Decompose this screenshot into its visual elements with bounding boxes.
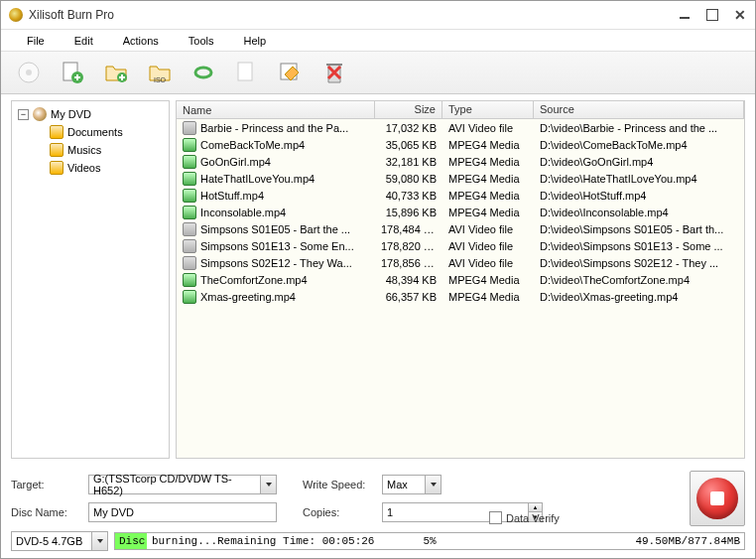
mp4-file-icon [183, 172, 196, 186]
window-title: Xilisoft Burn Pro [29, 8, 678, 22]
list-item[interactable]: Barbie - Princess and the Pa...17,032 KB… [177, 119, 744, 136]
minimize-button[interactable] [678, 8, 692, 22]
disc-icon [33, 107, 47, 121]
svg-point-1 [26, 70, 32, 75]
svg-text:ISO: ISO [154, 76, 167, 83]
col-header-type[interactable]: Type [442, 101, 534, 118]
mp4-file-icon [183, 206, 196, 219]
list-item[interactable]: Xmas-greeting.mp466,357 KBMPEG4 MediaD:\… [177, 288, 744, 305]
writespeed-select[interactable]: Max [382, 475, 426, 494]
copies-label: Copies: [303, 506, 374, 518]
file-source: D:\video\HateThatILoveYou.mp4 [534, 173, 744, 185]
list-item[interactable]: TheComfortZone.mp448,394 KBMPEG4 MediaD:… [177, 271, 744, 288]
avi-file-icon [183, 256, 196, 270]
close-button[interactable] [733, 8, 747, 22]
menu-help[interactable]: Help [229, 32, 280, 50]
file-source: D:\video\Inconsolable.mp4 [534, 207, 744, 218]
titlebar: Xilisoft Burn Pro [1, 1, 755, 29]
dataverify-checkbox[interactable] [489, 511, 502, 524]
file-type: MPEG4 Media [442, 291, 534, 303]
maximize-button[interactable] [705, 8, 719, 22]
tree-root-label: My DVD [51, 108, 91, 120]
col-header-source[interactable]: Source [534, 101, 744, 118]
file-type: AVI Video file [442, 257, 534, 269]
target-select[interactable]: G:(TSSTcorp CD/DVDW TS-H652) [88, 475, 261, 494]
add-folder-button[interactable] [102, 59, 130, 86]
make-iso-button[interactable]: ISO [146, 59, 174, 86]
file-name: Inconsolable.mp4 [200, 207, 286, 218]
file-name: HateThatILoveYou.mp4 [200, 173, 315, 185]
list-item[interactable]: HotStuff.mp440,733 KBMPEG4 MediaD:\video… [177, 187, 744, 204]
list-item[interactable]: ComeBackToMe.mp435,065 KBMPEG4 MediaD:\v… [177, 136, 744, 153]
menu-tools[interactable]: Tools [175, 32, 228, 50]
file-type: AVI Video file [442, 240, 534, 252]
file-type: MPEG4 Media [442, 156, 534, 168]
file-size: 15,896 KB [375, 207, 442, 218]
col-header-size[interactable]: Size [375, 101, 442, 118]
col-header-name[interactable]: Name [177, 101, 375, 118]
tree-item-documents[interactable]: Documents [14, 123, 167, 141]
file-type: AVI Video file [442, 223, 534, 235]
menubar: File Edit Actions Tools Help [1, 29, 755, 51]
file-type: MPEG4 Media [442, 190, 534, 202]
menu-actions[interactable]: Actions [109, 32, 173, 50]
mp4-file-icon [183, 189, 196, 203]
list-item[interactable]: GoOnGirl.mp432,181 KBMPEG4 MediaD:\video… [177, 153, 744, 170]
file-size: 35,065 KB [375, 139, 442, 151]
file-size: 178,484 KB [375, 223, 442, 235]
file-type: MPEG4 Media [442, 173, 534, 185]
burn-button[interactable] [690, 471, 745, 526]
avi-file-icon [183, 222, 196, 236]
file-size: 32,181 KB [375, 156, 442, 168]
file-source: D:\video\GoOnGirl.mp4 [534, 156, 744, 168]
new-project-button[interactable] [15, 59, 43, 86]
mp4-file-icon [183, 155, 196, 169]
collapse-icon[interactable]: − [18, 109, 29, 120]
menu-edit[interactable]: Edit [61, 32, 107, 50]
app-icon [9, 8, 23, 22]
discname-label: Disc Name: [11, 506, 80, 518]
target-dropdown-button[interactable] [261, 475, 277, 494]
file-size: 178,820 KB [375, 240, 442, 252]
list-item[interactable]: Simpsons S02E12 - They Wa...178,856 KBAV… [177, 254, 744, 271]
writespeed-dropdown-button[interactable] [426, 475, 441, 494]
file-name: Simpsons S01E13 - Some En... [200, 240, 354, 252]
list-item[interactable]: Simpsons S01E13 - Some En...178,820 KBAV… [177, 237, 744, 254]
link-button[interactable] [189, 59, 217, 86]
discname-input[interactable] [88, 502, 277, 522]
progress-bar: Disc burning...Remaining Time: 00:05:26 … [114, 532, 745, 550]
file-name: Simpsons S02E12 - They Wa... [200, 257, 352, 269]
dataverify-label: Data Verify [506, 512, 560, 524]
progress-size: 49.50MB/877.84MB [635, 535, 740, 547]
tree-item-musics[interactable]: Musics [14, 141, 167, 159]
file-size: 48,394 KB [375, 274, 442, 286]
list-item[interactable]: Simpsons S01E05 - Bart the ...178,484 KB… [177, 220, 744, 237]
file-size: 178,856 KB [375, 257, 442, 269]
svg-point-6 [195, 68, 211, 77]
tree-root[interactable]: − My DVD [14, 105, 167, 123]
file-name: Barbie - Princess and the Pa... [200, 122, 348, 134]
add-file-button[interactable] [59, 59, 86, 86]
menu-file[interactable]: File [13, 32, 59, 50]
list-body[interactable]: Barbie - Princess and the Pa...17,032 KB… [177, 119, 744, 458]
folder-open-icon [50, 161, 63, 175]
edit-button[interactable] [277, 59, 305, 86]
file-source: D:\video\Barbie - Princess and the ... [534, 122, 744, 134]
delete-button[interactable] [320, 59, 348, 86]
file-size: 66,357 KB [375, 291, 442, 303]
disctype-dropdown-button[interactable] [92, 531, 108, 551]
file-type: MPEG4 Media [442, 139, 534, 151]
list-item[interactable]: Inconsolable.mp415,896 KBMPEG4 MediaD:\v… [177, 204, 744, 220]
tree-item-videos[interactable]: Videos [14, 159, 167, 177]
file-source: D:\video\TheComfortZone.mp4 [534, 274, 744, 286]
mp4-file-icon [183, 138, 196, 152]
file-source: D:\video\ComeBackToMe.mp4 [534, 139, 744, 151]
svg-rect-7 [238, 63, 252, 80]
clear-button[interactable] [233, 59, 261, 86]
disctype-select[interactable]: DVD-5 4.7GB [11, 531, 92, 551]
avi-file-icon [183, 121, 196, 135]
file-type: MPEG4 Media [442, 274, 534, 286]
folder-tree[interactable]: − My DVD Documents Musics Videos [11, 100, 170, 459]
list-item[interactable]: HateThatILoveYou.mp459,080 KBMPEG4 Media… [177, 170, 744, 187]
file-size: 17,032 KB [375, 122, 442, 134]
